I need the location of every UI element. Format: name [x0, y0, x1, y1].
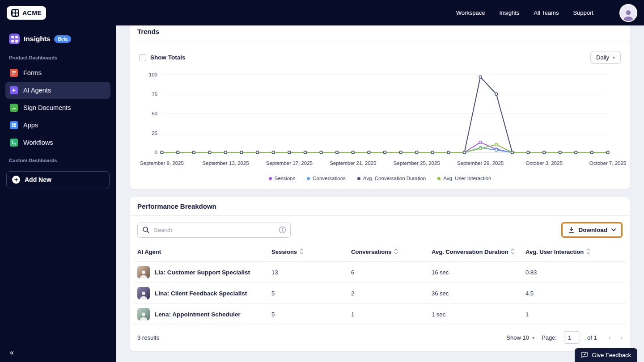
table-row[interactable]: Lina: Client Feedback Specialist 5 2 36 … [134, 283, 626, 304]
ai-agents-icon [10, 86, 18, 94]
svg-text:September 25, 2025: September 25, 2025 [394, 160, 440, 166]
nav-all-teams[interactable]: All Teams [534, 9, 559, 16]
person-icon [622, 8, 635, 21]
interval-select[interactable]: Daily ▾ [590, 51, 621, 64]
checkbox-icon[interactable] [139, 54, 146, 61]
col-sessions[interactable]: Sessions [268, 242, 347, 262]
trends-title: Trends [130, 25, 630, 41]
sidebar-collapse-button[interactable]: « [10, 349, 14, 357]
agent-avatar [137, 287, 150, 299]
agent-avatar [137, 308, 150, 320]
cell-conversations: 2 [347, 283, 428, 304]
search-field [137, 223, 291, 238]
svg-text:October 7, 2025: October 7, 2025 [589, 160, 626, 166]
sidebar-item-label: AI Agents [23, 87, 51, 94]
svg-text:100: 100 [149, 72, 157, 77]
svg-text:September 9, 2025: September 9, 2025 [140, 160, 184, 166]
col-avg-user-interaction[interactable]: Avg. User Interaction [522, 242, 626, 262]
workflows-icon [10, 139, 18, 147]
search-input[interactable] [137, 223, 291, 238]
svg-text:September 29, 2025: September 29, 2025 [457, 160, 504, 166]
agent-name: Lina: Client Feedback Specialist [155, 290, 247, 297]
sidebar-item-forms[interactable]: Forms [5, 64, 110, 81]
svg-text:0: 0 [155, 150, 157, 155]
sidebar-item-ai-agents[interactable]: AI Agents [5, 82, 110, 99]
conversations-dot-icon [307, 177, 310, 180]
sidebar-item-label: Sign Documents [23, 104, 71, 111]
svg-text:September 17, 2025: September 17, 2025 [266, 160, 313, 166]
sidebar-title: Insights [24, 35, 50, 43]
show-totals-label: Show Totals [150, 54, 186, 61]
svg-text:September 13, 2025: September 13, 2025 [202, 160, 249, 166]
feedback-label: Give Feedback [592, 352, 631, 358]
sidebar: Insights Beta Product Dashboards Forms A… [0, 25, 116, 362]
table-row[interactable]: Lia: Customer Support Specialist 13 6 16… [134, 262, 626, 283]
acme-logo[interactable]: ACME [7, 6, 46, 20]
trends-card: Trends Show Totals Daily ▾ 0255075100Sep… [130, 25, 630, 189]
user-avatar[interactable] [619, 4, 637, 22]
col-conversations[interactable]: Conversations [347, 242, 428, 262]
chevron-down-icon: ▾ [613, 55, 615, 60]
svg-text:75: 75 [152, 92, 157, 97]
sessions-dot-icon [269, 177, 272, 180]
show-per-page-select[interactable]: Show 10▾ [506, 334, 534, 341]
give-feedback-button[interactable]: Give Feedback [575, 348, 637, 362]
cell-avg-conversation-duration: 1 sec [428, 304, 522, 325]
plus-icon: + [12, 176, 20, 184]
nav-insights[interactable]: Insights [500, 9, 520, 16]
trends-line-chart: 0255075100September 9, 2025September 13,… [137, 69, 620, 171]
download-button[interactable]: Download [561, 222, 623, 238]
download-icon [568, 227, 575, 233]
sidebar-item-workflows[interactable]: Workflows [5, 134, 110, 151]
prev-page-button[interactable]: ‹ [609, 334, 611, 341]
chevron-down-icon: ▾ [532, 335, 534, 340]
cell-sessions: 5 [268, 283, 347, 304]
sort-icon[interactable] [300, 248, 304, 254]
cell-sessions: 5 [268, 304, 347, 325]
sidebar-item-label: Workflows [23, 139, 53, 146]
page-label: Page: [542, 334, 557, 341]
beta-badge: Beta [54, 35, 71, 43]
sort-icon[interactable] [586, 248, 590, 254]
cell-conversations: 6 [347, 262, 428, 283]
cell-avg-conversation-duration: 36 sec [428, 283, 522, 304]
duration-dot-icon [357, 177, 360, 180]
legend-conversations: Conversations [307, 176, 346, 181]
section-custom-dashboards: Custom Dashboards [5, 152, 110, 167]
insights-icon [9, 34, 20, 44]
col-ai-agent: AI Agent [134, 242, 268, 262]
chart-legend: Sessions Conversations Avg. Conversation… [137, 171, 623, 185]
show-totals-checkbox[interactable]: Show Totals [139, 54, 186, 61]
interaction-dot-icon [437, 177, 441, 180]
performance-table: AI Agent Sessions Conversations Avg. Con… [134, 242, 626, 325]
agent-avatar [137, 266, 150, 278]
sidebar-item-apps[interactable]: Apps [5, 117, 110, 134]
info-icon[interactable] [279, 226, 286, 234]
nav-support[interactable]: Support [573, 9, 593, 16]
acme-logo-icon [11, 9, 19, 17]
cell-avg-user-interaction: 1 [522, 304, 626, 325]
sort-icon[interactable] [394, 248, 398, 254]
interval-value: Daily [596, 54, 609, 61]
sidebar-item-sign-documents[interactable]: Sign Documents [5, 99, 110, 116]
svg-text:September 21, 2025: September 21, 2025 [330, 160, 376, 166]
sort-icon[interactable] [511, 248, 515, 254]
pagination: ‹ › [609, 334, 623, 341]
results-count: 3 results [137, 334, 159, 341]
sidebar-header: Insights Beta [5, 30, 110, 49]
acme-logo-text: ACME [22, 9, 42, 17]
col-avg-conversation-duration[interactable]: Avg. Conversation Duration [428, 242, 522, 262]
next-page-button[interactable]: › [620, 334, 623, 341]
topbar: ACME Workspace Insights All Teams Suppor… [0, 0, 644, 25]
table-row[interactable]: Lena: Appointment Scheduler 5 1 1 sec 1 [134, 304, 626, 325]
nav-workspace[interactable]: Workspace [456, 9, 485, 16]
agent-name: Lena: Appointment Scheduler [155, 311, 241, 318]
cell-sessions: 13 [268, 262, 347, 283]
page-number-input[interactable] [564, 331, 580, 344]
cell-conversations: 1 [347, 304, 428, 325]
cell-avg-user-interaction: 0.83 [522, 262, 626, 283]
add-new-button[interactable]: + Add New [6, 171, 110, 188]
cell-avg-user-interaction: 4.5 [522, 283, 626, 304]
forms-icon [10, 69, 18, 77]
sidebar-item-label: Apps [23, 122, 38, 129]
